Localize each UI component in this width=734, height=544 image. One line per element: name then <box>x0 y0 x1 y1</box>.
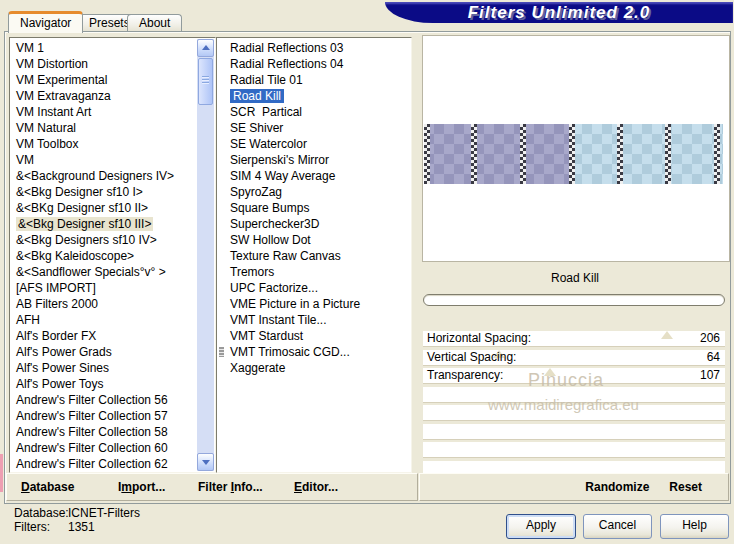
category-item[interactable]: Alf's Border FX <box>11 328 197 344</box>
selected-filter-name: Road Kill <box>422 266 728 290</box>
editor-button[interactable]: Editor... <box>294 474 338 500</box>
filter-info-button[interactable]: Filter Info... <box>198 474 263 500</box>
scrollbar-thumb[interactable] <box>198 58 213 105</box>
filter-item[interactable]: Sierpenski's Mirror <box>218 152 410 168</box>
category-item[interactable]: AB Filters 2000 <box>11 296 197 312</box>
apply-button[interactable]: Apply <box>506 514 576 539</box>
filter-item[interactable]: Radial Reflections 03 <box>218 40 410 56</box>
database-button[interactable]: Database <box>21 474 74 500</box>
filter-item[interactable]: Tremors <box>218 264 410 280</box>
help-button[interactable]: Help <box>660 514 729 539</box>
category-item[interactable]: VM Distortion <box>11 56 197 72</box>
category-item[interactable]: Alf's Power Grads <box>11 344 197 360</box>
zipper-stripe <box>714 124 720 184</box>
checker-purple-section <box>424 124 572 184</box>
filter-item[interactable]: Texture Raw Canvas <box>218 248 410 264</box>
category-item[interactable]: &<Sandflower Specials°v° > <box>11 264 197 280</box>
filter-list: Radial Reflections 03Radial Reflections … <box>216 37 412 473</box>
database-status-value: ICNET-Filters <box>68 506 140 520</box>
filter-item[interactable]: SpyroZag <box>218 184 410 200</box>
category-item[interactable]: Andrew's Filter Collection 62 <box>11 456 197 471</box>
filter-item[interactable]: Square Bumps <box>218 200 410 216</box>
filters-unlimited-window: Filters Unlimited 2.0 Navigator Presets … <box>0 0 734 544</box>
filter-item[interactable]: VMT Instant Tile... <box>218 312 410 328</box>
category-item[interactable]: VM Experimental <box>11 72 197 88</box>
category-list-items: VM 1VM DistortionVM ExperimentalVM Extra… <box>11 39 197 471</box>
category-item[interactable]: VM Toolbox <box>11 136 197 152</box>
category-item[interactable]: VM <box>11 152 197 168</box>
scroll-up-icon[interactable] <box>197 39 214 57</box>
import-button[interactable]: Import... <box>118 474 165 500</box>
parameter-label: Transparency: <box>427 368 503 383</box>
category-item[interactable]: VM 1 <box>11 40 197 56</box>
category-item[interactable]: &<Bkg Kaleidoscope> <box>11 248 197 264</box>
tab-navigator[interactable]: Navigator <box>8 11 83 33</box>
zipper-stripe <box>617 124 623 184</box>
filter-item[interactable]: Superchecker3D <box>218 216 410 232</box>
preview-slider[interactable] <box>423 294 725 306</box>
parameter-value: 107 <box>700 368 720 383</box>
category-item[interactable]: [AFS IMPORT] <box>11 280 197 296</box>
slider-position-marker[interactable] <box>661 331 673 339</box>
empty-parameter-row <box>423 442 725 458</box>
category-item[interactable]: &<Background Designers IV> <box>11 168 197 184</box>
watermark-line1: Pinuccia <box>528 370 604 391</box>
category-item[interactable]: Alf's Power Toys <box>11 376 197 392</box>
filter-item[interactable]: VMT Trimosaic CGD... <box>218 344 410 360</box>
checker-blue-section <box>572 124 723 184</box>
category-item[interactable]: &<Bkg Designer sf10 I> <box>11 184 197 200</box>
filter-item[interactable]: VME Picture in a Picture <box>218 296 410 312</box>
randomize-button[interactable]: Randomize <box>585 474 649 500</box>
tab-about[interactable]: About <box>127 14 182 31</box>
filters-count-label: Filters: <box>14 520 50 534</box>
category-list: VM 1VM DistortionVM ExperimentalVM Extra… <box>9 37 216 473</box>
category-item[interactable]: &<Bkg Designers sf10 IV> <box>11 232 197 248</box>
parameter-value: 64 <box>707 350 720 365</box>
command-bar-left: Database Import... Filter Info... Editor… <box>6 473 418 501</box>
zipper-stripe <box>520 124 526 184</box>
category-item[interactable]: VM Natural <box>11 120 197 136</box>
category-scrollbar[interactable] <box>197 39 214 471</box>
category-item[interactable]: AFH <box>11 312 197 328</box>
category-item[interactable]: &<BKg Designer sf10 II> <box>11 200 197 216</box>
category-item[interactable]: &<Bkg Designer sf10 III> <box>11 216 197 232</box>
cancel-button[interactable]: Cancel <box>583 514 652 539</box>
parameter-slider-row[interactable]: Vertical Spacing:64 <box>423 350 725 366</box>
filter-item[interactable]: Radial Reflections 04 <box>218 56 410 72</box>
category-item[interactable]: Alf's Power Sines <box>11 360 197 376</box>
category-item[interactable]: Andrew's Filter Collection 60 <box>11 440 197 456</box>
scroll-down-icon[interactable] <box>197 453 214 471</box>
filter-item[interactable]: SW Hollow Dot <box>218 232 410 248</box>
edge-artifact <box>0 454 3 492</box>
filters-count-value: 1351 <box>68 520 95 534</box>
filter-item[interactable]: Radial Tile 01 <box>218 72 410 88</box>
category-item[interactable]: Andrew's Filter Collection 56 <box>11 392 197 408</box>
preview-area <box>422 35 730 262</box>
category-item[interactable]: VM Extravaganza <box>11 88 197 104</box>
filter-item[interactable]: Road Kill <box>218 88 410 104</box>
category-item[interactable]: VM Instant Art <box>11 104 197 120</box>
zipper-stripe <box>471 124 477 184</box>
parameter-value: 206 <box>700 331 720 346</box>
empty-parameter-row <box>423 424 725 440</box>
filter-item[interactable]: SCR Partical <box>218 104 410 120</box>
filter-item[interactable]: Xaggerate <box>218 360 410 376</box>
preview-image <box>424 124 723 184</box>
category-item[interactable]: Andrew's Filter Collection 58 <box>11 424 197 440</box>
parameter-label: Horizontal Spacing: <box>427 331 531 346</box>
app-title-banner: Filters Unlimited 2.0 <box>385 2 733 23</box>
filter-item[interactable]: UPC Factorize... <box>218 280 410 296</box>
category-item[interactable]: Andrew's Filter Collection 57 <box>11 408 197 424</box>
filter-item[interactable]: SE Shiver <box>218 120 410 136</box>
zipper-stripe <box>569 124 575 184</box>
command-bar-right: Randomize Reset <box>419 473 729 501</box>
database-status-label: Database: <box>14 506 69 520</box>
filter-item[interactable]: VMT Stardust <box>218 328 410 344</box>
filter-item[interactable]: SIM 4 Way Average <box>218 168 410 184</box>
reset-button[interactable]: Reset <box>669 474 702 500</box>
filter-item[interactable]: SE Watercolor <box>218 136 410 152</box>
parameter-slider-row[interactable]: Horizontal Spacing:206 <box>423 331 725 347</box>
filter-list-items: Radial Reflections 03Radial Reflections … <box>218 39 410 471</box>
zipper-stripe <box>424 124 430 184</box>
parameter-label: Vertical Spacing: <box>427 350 516 365</box>
